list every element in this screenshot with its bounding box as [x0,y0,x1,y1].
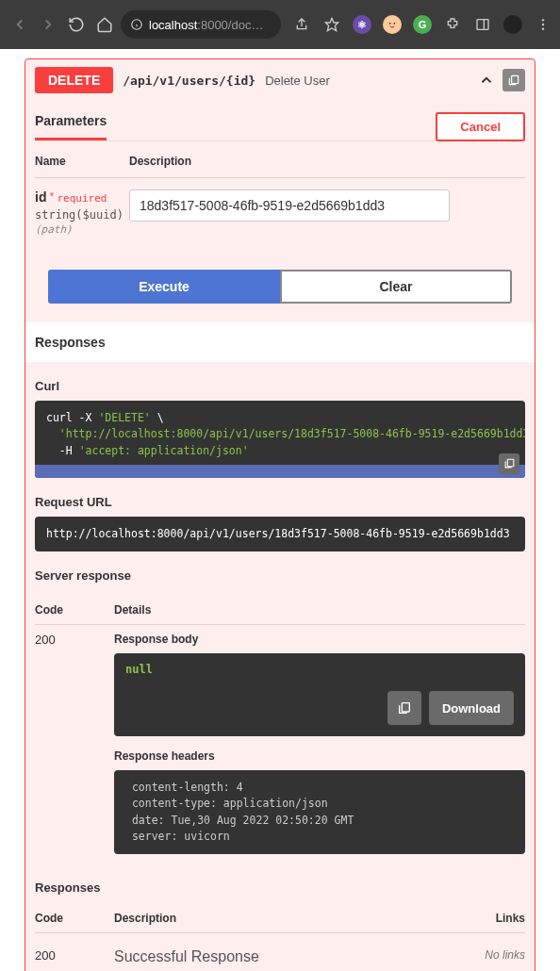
parameter-row: id * required string($uuid) (path) [35,178,525,264]
execute-button[interactable]: Execute [48,270,280,304]
clear-button[interactable]: Clear [280,270,512,304]
sidepanel-icon[interactable] [473,15,492,34]
extensions-icon[interactable] [443,15,462,34]
operation-path: /api/v1/users/{id} [123,74,255,88]
curl-command: curl -X 'DELETE' \ 'http://localhost:800… [35,401,525,465]
page-content: DELETE /api/v1/users/{id} Delete User Pa… [0,49,560,971]
svg-point-10 [542,27,544,29]
svg-point-5 [393,23,395,25]
request-url-label: Request URL [35,495,525,509]
server-response-label: Server response [35,568,525,583]
share-icon[interactable] [292,15,311,34]
svg-rect-11 [512,75,519,83]
address-bar[interactable]: localhost:8000/doc… [121,10,281,39]
curl-block: curl -X 'DELETE' \ 'http://localhost:800… [35,401,525,478]
response-body-text: null [125,663,514,676]
action-buttons: Execute Clear [48,270,512,304]
curl-label: Curl [35,379,525,393]
extension-face-icon[interactable] [383,15,402,34]
required-star: * [50,190,54,202]
copy-link-button[interactable] [502,69,525,91]
response-headers-block: content-length: 4 content-type: applicat… [114,770,525,854]
request-url-block: http://localhost:8000/api/v1/users/18d3f… [35,517,525,551]
response-links: No links [469,948,525,965]
param-name: id [35,189,46,205]
star-icon[interactable] [322,15,341,34]
column-code: Code [35,603,114,617]
svg-point-9 [542,24,544,25]
server-response-header: Code Details [35,590,525,624]
responses-section-header: Responses [25,322,535,362]
operation-block: DELETE /api/v1/users/{id} Delete User Pa… [25,58,535,971]
column-details: Details [114,603,525,617]
svg-rect-13 [402,703,409,712]
cancel-button[interactable]: Cancel [436,112,525,141]
chevron-up-icon[interactable] [478,72,495,89]
profile-avatar[interactable] [503,15,522,34]
url-text: localhost:8000/doc… [149,18,263,32]
operation-summary: Delete User [265,74,330,88]
svg-rect-12 [507,459,514,467]
extension-react-icon[interactable]: ⚛ [353,15,371,34]
column-description: Description [114,912,469,925]
copy-response-button[interactable] [387,691,421,725]
svg-rect-6 [477,20,488,30]
params-table-header: Name Description [35,141,525,177]
param-location: (path) [35,223,129,236]
response-body-label: Response body [114,633,525,646]
server-response-row: 200 Response body null Download Response… [35,625,525,862]
reload-button[interactable] [64,11,89,38]
column-description: Description [129,155,525,168]
info-icon [130,18,143,31]
param-id-input[interactable] [129,189,450,222]
response-headers-label: Response headers [114,749,525,763]
parameters-title: Parameters [35,113,107,140]
operation-header[interactable]: DELETE /api/v1/users/{id} Delete User [25,59,535,101]
download-button[interactable]: Download [429,691,514,725]
documented-responses-title: Responses [35,880,525,895]
method-badge: DELETE [35,67,113,93]
documented-responses-header: Code Description Links [35,898,525,932]
svg-point-4 [389,23,391,25]
forward-button[interactable] [36,11,60,38]
column-links: Links [469,912,525,925]
extension-grammarly-icon[interactable]: G [413,15,432,34]
response-code: 200 [35,633,114,854]
documented-response-row: 200 Successful Response No links [35,933,525,971]
column-code: Code [35,912,114,925]
browser-toolbar: localhost:8000/doc… ⚛ G [0,0,560,49]
required-label: required [57,192,107,205]
parameters-header: Parameters Cancel [35,101,525,141]
copy-curl-button[interactable] [499,453,519,474]
column-name: Name [35,155,129,168]
response-code: 200 [35,948,114,965]
response-body-block: null Download [114,653,525,736]
responses-title: Responses [35,335,106,350]
param-type: string($uuid) [35,208,129,222]
home-button[interactable] [92,11,117,38]
menu-icon[interactable] [534,15,552,34]
response-description: Successful Response [114,948,469,965]
back-button[interactable] [8,11,32,38]
svg-point-8 [542,19,544,21]
svg-marker-3 [325,18,338,30]
